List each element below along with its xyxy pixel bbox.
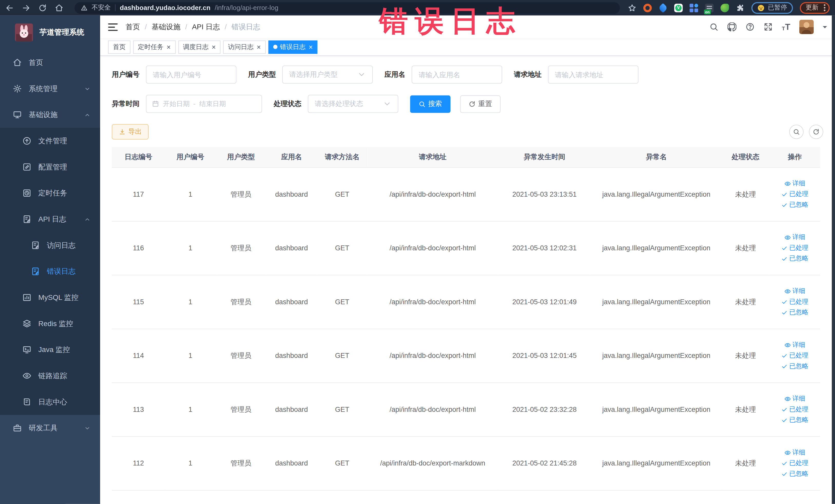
detail-link[interactable]: 详细 bbox=[785, 179, 805, 188]
sidebar-logo-row[interactable]: 芋道管理系统 bbox=[0, 15, 100, 49]
ignored-link[interactable]: 已忽略 bbox=[781, 469, 808, 478]
close-icon[interactable]: × bbox=[257, 43, 261, 50]
sidebar-item-mysql-monitor[interactable]: MySQL 监控 bbox=[0, 284, 100, 311]
breadcrumb-item[interactable]: 首页 bbox=[126, 22, 140, 32]
refresh-table-button[interactable] bbox=[809, 124, 823, 139]
close-icon[interactable]: × bbox=[309, 43, 313, 50]
search-button[interactable]: 搜索 bbox=[410, 95, 450, 113]
header-search-icon[interactable] bbox=[710, 22, 718, 31]
sidebar-item-log-center[interactable]: 日志中心 bbox=[0, 389, 100, 415]
browser-home-icon[interactable] bbox=[55, 3, 63, 12]
page-scrollbar[interactable] bbox=[832, 15, 835, 504]
sidebar-item-dev-tools[interactable]: 研发工具 bbox=[0, 415, 100, 441]
close-icon[interactable]: × bbox=[212, 43, 216, 50]
back-icon[interactable] bbox=[5, 3, 14, 12]
ignored-link[interactable]: 已忽略 bbox=[781, 416, 808, 424]
monitor-icon bbox=[13, 110, 22, 119]
column-header: 请求地址 bbox=[367, 147, 498, 167]
tab-access-log[interactable]: 访问日志× bbox=[223, 40, 266, 54]
ignored-link[interactable]: 已忽略 bbox=[781, 254, 808, 263]
sidebar-item-infra[interactable]: 基础设施 bbox=[0, 102, 100, 128]
action-label: 详细 bbox=[792, 394, 805, 403]
close-icon[interactable]: × bbox=[167, 43, 171, 50]
user-id-input[interactable] bbox=[146, 65, 237, 84]
table-row: 1121管理员dashboardGET/api/infra/db-doc/exp… bbox=[112, 436, 820, 490]
profile-chip[interactable]: 已暂停 bbox=[751, 2, 793, 14]
app-name-input[interactable] bbox=[412, 65, 502, 84]
ignored-link[interactable]: 已忽略 bbox=[781, 200, 808, 209]
extensions-puzzle-icon[interactable] bbox=[736, 3, 745, 12]
process-status-select[interactable]: 请选择处理状态 bbox=[308, 95, 399, 113]
help-icon[interactable] bbox=[746, 22, 755, 31]
sidebar-item-file[interactable]: 文件管理 bbox=[0, 128, 100, 154]
processed-link[interactable]: 已处理 bbox=[781, 243, 808, 253]
cell-user-type: 管理员 bbox=[216, 329, 266, 383]
action-label: 已处理 bbox=[789, 459, 809, 467]
bookmark-star-icon[interactable] bbox=[628, 3, 636, 12]
user-avatar[interactable] bbox=[799, 20, 814, 34]
profile-emoji-icon bbox=[757, 4, 765, 12]
tab-error-log[interactable]: 错误日志× bbox=[268, 40, 318, 54]
breadcrumb-item[interactable]: API 日志 bbox=[192, 22, 220, 32]
cell-app-name: dashboard bbox=[266, 275, 317, 329]
detail-link[interactable]: 详细 bbox=[785, 448, 805, 457]
chevron-down-icon bbox=[357, 70, 366, 79]
extension-shield-icon[interactable] bbox=[658, 3, 668, 13]
exception-time-range-picker[interactable]: 开始日期 - 结束日期 bbox=[146, 95, 262, 113]
browser-menu-icon[interactable] bbox=[824, 4, 825, 11]
processed-link[interactable]: 已处理 bbox=[781, 351, 808, 360]
sidebar-item-home[interactable]: 首页 bbox=[0, 49, 100, 76]
extension-onoff-icon[interactable]: on bbox=[705, 3, 714, 12]
sidebar-item-redis-monitor[interactable]: Redis 监控 bbox=[0, 310, 100, 337]
cell-actions: 详细已处理已忽略 bbox=[770, 383, 820, 437]
extension-grid-icon[interactable] bbox=[690, 3, 698, 12]
extension-orange-icon[interactable] bbox=[643, 3, 652, 12]
detail-link[interactable]: 详细 bbox=[785, 340, 805, 349]
user-type-select[interactable]: 请选择用户类型 bbox=[282, 65, 373, 84]
cell-actions: 详细已处理已忽略 bbox=[770, 167, 820, 221]
extension-leaf-icon[interactable] bbox=[720, 3, 729, 12]
sidebar-item-tracing[interactable]: 链路追踪 bbox=[0, 363, 100, 389]
processed-link[interactable]: 已处理 bbox=[781, 297, 808, 306]
upload-icon bbox=[22, 136, 31, 145]
processed-link[interactable]: 已处理 bbox=[781, 190, 808, 199]
avatar-caret-icon[interactable] bbox=[823, 26, 827, 30]
ignored-link[interactable]: 已忽略 bbox=[781, 308, 808, 317]
reset-button[interactable]: 重置 bbox=[460, 95, 501, 113]
sidebar-item-job[interactable]: 定时任务 bbox=[0, 180, 100, 206]
on-badge: on bbox=[704, 9, 711, 14]
fullscreen-icon[interactable] bbox=[763, 22, 773, 31]
processed-link[interactable]: 已处理 bbox=[781, 405, 808, 414]
sidebar-item-java-monitor[interactable]: Java 监控 bbox=[0, 337, 100, 363]
sidebar-item-error-log[interactable]: 错误日志 bbox=[0, 258, 100, 284]
ignored-link[interactable]: 已忽略 bbox=[781, 362, 808, 371]
tab-job-log[interactable]: 调度日志× bbox=[178, 40, 221, 54]
sidebar-item-system[interactable]: 系统管理 bbox=[0, 76, 100, 102]
export-button[interactable]: 导出 bbox=[112, 124, 149, 139]
search-button-label: 搜索 bbox=[428, 99, 442, 108]
sidebar-toggle-icon[interactable] bbox=[108, 23, 118, 31]
extension-v-icon[interactable]: V bbox=[674, 3, 683, 12]
user-type-placeholder: 请选择用户类型 bbox=[289, 70, 338, 79]
detail-link[interactable]: 详细 bbox=[785, 394, 805, 403]
request-url-input[interactable] bbox=[548, 65, 639, 84]
sidebar-item-api-log[interactable]: API 日志 bbox=[0, 206, 100, 233]
cell-log-id: 117 bbox=[112, 167, 165, 221]
sidebar-item-config[interactable]: 配置管理 bbox=[0, 154, 100, 180]
filter-row-1: 用户编号 用户类型 请选择用户类型 应用名 请求地址 bbox=[112, 65, 823, 84]
update-chip[interactable]: 更新 bbox=[800, 2, 830, 14]
tab-home[interactable]: 首页 bbox=[108, 40, 130, 54]
github-icon[interactable] bbox=[728, 22, 736, 31]
detail-link[interactable]: 详细 bbox=[785, 233, 805, 242]
font-size-icon[interactable]: TT bbox=[782, 23, 790, 31]
toggle-search-button[interactable] bbox=[789, 124, 804, 139]
tab-job[interactable]: 定时任务× bbox=[133, 40, 176, 54]
address-bar[interactable]: 不安全 dashboard.yudao.iocoder.cn/infra/log… bbox=[75, 2, 619, 14]
detail-link[interactable]: 详细 bbox=[785, 286, 805, 296]
breadcrumb-item[interactable]: 基础设施 bbox=[152, 22, 180, 32]
cell-log-id: 114 bbox=[112, 329, 165, 383]
reload-icon[interactable] bbox=[38, 3, 47, 12]
forward-icon[interactable] bbox=[22, 3, 30, 12]
processed-link[interactable]: 已处理 bbox=[781, 459, 808, 467]
sidebar-item-access-log[interactable]: 访问日志 bbox=[0, 233, 100, 259]
